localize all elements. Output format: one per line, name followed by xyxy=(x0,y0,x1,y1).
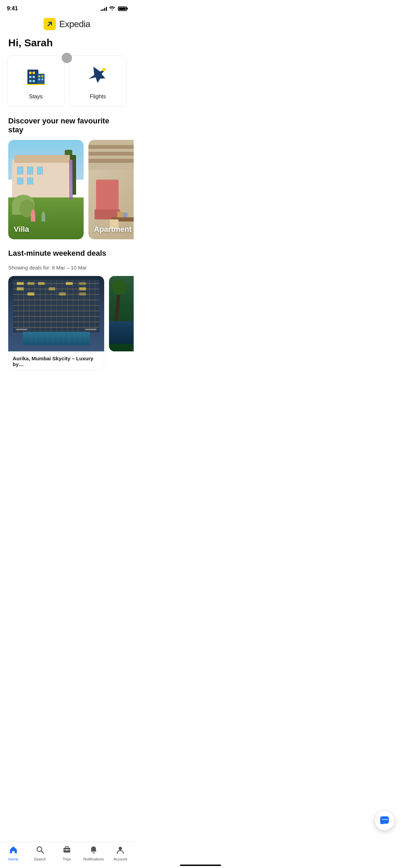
svg-rect-12 xyxy=(27,84,45,85)
svg-rect-2 xyxy=(33,72,35,74)
svg-rect-9 xyxy=(41,75,43,77)
expedia-logo xyxy=(44,18,56,30)
svg-rect-8 xyxy=(38,75,40,77)
stays-label: Stays xyxy=(29,94,42,100)
villa-label: Villa xyxy=(14,225,29,234)
deal-card-partial[interactable] xyxy=(109,276,134,370)
svg-point-13 xyxy=(102,68,106,71)
battery-icon xyxy=(118,7,127,11)
status-icons xyxy=(101,5,127,12)
status-time: 9:41 xyxy=(7,5,18,12)
stays-icon xyxy=(24,63,48,89)
category-cards: Stays Flights xyxy=(7,56,127,107)
property-type-list[interactable]: Villa xyxy=(0,140,134,239)
svg-rect-10 xyxy=(38,79,40,80)
svg-rect-11 xyxy=(41,79,43,80)
scroll-indicator xyxy=(62,53,72,63)
svg-rect-6 xyxy=(33,80,35,82)
flights-label: Flights xyxy=(90,94,106,100)
deals-section-title: Last-minute weekend deals xyxy=(0,239,134,263)
category-flights[interactable]: Flights xyxy=(69,56,127,107)
signal-icon xyxy=(101,6,107,11)
deal-name-mumbai: Aurika, Mumbai Skycity – Luxury by… xyxy=(8,351,104,370)
wifi-icon xyxy=(109,5,115,12)
svg-rect-5 xyxy=(29,80,32,82)
category-section: Stays Flights xyxy=(0,56,134,107)
app-name: Expedia xyxy=(59,19,90,29)
apartment-label: Apartment xyxy=(94,225,132,234)
svg-rect-4 xyxy=(33,76,35,78)
deals-list[interactable]: Aurika, Mumbai Skycity – Luxury by… xyxy=(0,276,134,370)
discover-section-title: Discover your new favourite stay xyxy=(0,107,134,140)
flights-icon xyxy=(86,63,110,89)
status-bar: 9:41 xyxy=(0,0,134,15)
svg-rect-3 xyxy=(29,76,32,78)
category-stays[interactable]: Stays xyxy=(7,56,65,107)
greeting-text: Hi, Sarah xyxy=(0,34,134,56)
property-card-villa[interactable]: Villa xyxy=(8,140,84,239)
svg-rect-7 xyxy=(37,74,45,84)
property-card-apartment[interactable]: Apartment xyxy=(88,140,134,239)
deal-card-mumbai[interactable]: Aurika, Mumbai Skycity – Luxury by… xyxy=(8,276,104,370)
svg-rect-1 xyxy=(29,72,32,74)
app-header: Expedia xyxy=(0,15,134,34)
deals-subtitle: Showing deals for: 8 Mar – 10 Mar xyxy=(0,263,134,276)
